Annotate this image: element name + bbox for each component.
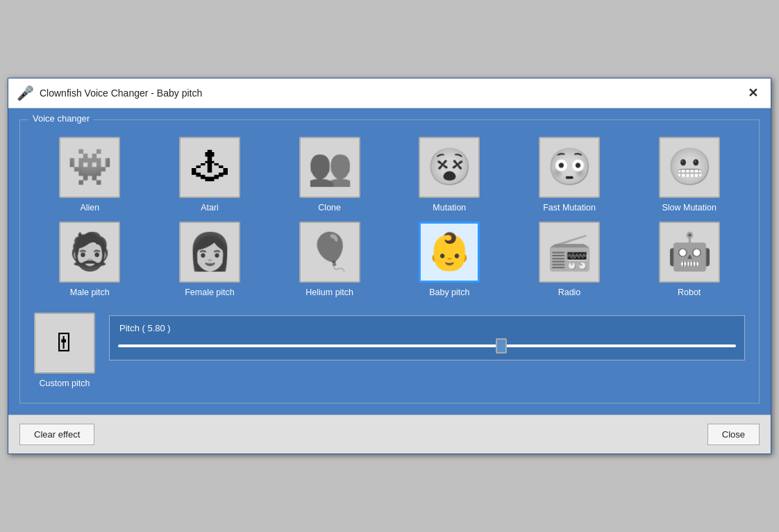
preset-icon-box-male-pitch[interactable]	[59, 222, 120, 283]
custom-pitch-row: 🎚 Custom pitch Pitch ( 5.80 )	[34, 313, 745, 389]
preset-icon-canvas-male-pitch	[65, 228, 114, 276]
preset-icon-canvas-fast-mutation	[545, 143, 594, 192]
preset-label-fast-mutation: Fast Mutation	[543, 202, 596, 213]
slider-track-container: Pitch ( 5.80 )	[109, 315, 745, 360]
preset-label-helium-pitch: Helium pitch	[305, 287, 353, 298]
custom-pitch-label: Custom pitch	[40, 378, 90, 389]
titlebar-left: 🎤 Clownfish Voice Changer - Baby pitch	[17, 85, 202, 101]
main-content: Voice changer AlienAtariCloneMutationFas…	[8, 108, 771, 415]
preset-icon-canvas-radio	[545, 228, 594, 276]
preset-icon-box-helium-pitch[interactable]	[299, 222, 360, 283]
preset-label-radio: Radio	[558, 287, 581, 298]
preset-icon-canvas-slow-mutation	[665, 143, 714, 192]
pitch-slider-label: Pitch ( 5.80 )	[119, 323, 736, 333]
pitch-slider-group: Pitch ( 5.80 )	[109, 313, 745, 360]
preset-label-female-pitch: Female pitch	[185, 287, 235, 298]
preset-item-alien[interactable]: Alien	[34, 137, 146, 213]
preset-icon-canvas-mutation	[425, 143, 474, 192]
preset-label-alien: Alien	[80, 202, 99, 213]
preset-item-slow-mutation[interactable]: Slow Mutation	[633, 137, 745, 213]
preset-item-robot[interactable]: Robot	[633, 222, 745, 298]
preset-icon-box-female-pitch[interactable]	[179, 222, 240, 283]
preset-icon-canvas-robot	[665, 228, 714, 276]
preset-label-baby-pitch: Baby pitch	[429, 287, 469, 298]
window-close-button[interactable]: ✕	[744, 84, 762, 102]
preset-item-male-pitch[interactable]: Male pitch	[34, 222, 146, 298]
preset-icon-box-atari[interactable]	[179, 137, 240, 198]
preset-item-mutation[interactable]: Mutation	[394, 137, 505, 213]
preset-icon-box-alien[interactable]	[59, 137, 120, 198]
preset-item-female-pitch[interactable]: Female pitch	[154, 222, 266, 298]
preset-icon-box-slow-mutation[interactable]	[659, 137, 720, 198]
slider-thumb[interactable]	[496, 338, 507, 354]
preset-label-slow-mutation: Slow Mutation	[662, 202, 717, 213]
app-icon: 🎤	[17, 85, 34, 101]
voice-changer-group: Voice changer AlienAtariCloneMutationFas…	[19, 119, 760, 404]
preset-icon-box-clone[interactable]	[299, 137, 360, 198]
preset-icon-canvas-clone	[305, 143, 354, 192]
preset-icon-box-robot[interactable]	[659, 222, 720, 283]
slider-wrapper	[118, 339, 736, 353]
preset-item-clone[interactable]: Clone	[274, 137, 385, 213]
preset-icon-box-mutation[interactable]	[419, 137, 480, 198]
preset-icon-canvas-helium-pitch	[305, 228, 354, 276]
preset-item-baby-pitch[interactable]: Baby pitch	[394, 222, 505, 298]
preset-label-atari: Atari	[201, 202, 219, 213]
preset-icon-box-fast-mutation[interactable]	[539, 137, 600, 198]
group-label: Voice changer	[28, 113, 94, 124]
preset-icon-canvas-baby-pitch	[425, 228, 474, 276]
main-window: 🎤 Clownfish Voice Changer - Baby pitch ✕…	[8, 78, 771, 454]
preset-label-clone: Clone	[318, 202, 341, 213]
window-title: Clownfish Voice Changer - Baby pitch	[40, 88, 202, 99]
preset-label-mutation: Mutation	[433, 202, 466, 213]
preset-icon-canvas-alien	[65, 143, 114, 192]
preset-icon-box-radio[interactable]	[539, 222, 600, 283]
titlebar: 🎤 Clownfish Voice Changer - Baby pitch ✕	[8, 78, 771, 108]
preset-icon-box-baby-pitch[interactable]	[419, 222, 480, 283]
preset-item-atari[interactable]: Atari	[154, 137, 266, 213]
footer: Clear effect Close	[8, 415, 771, 454]
preset-item-helium-pitch[interactable]: Helium pitch	[274, 222, 385, 298]
preset-label-robot: Robot	[678, 287, 701, 298]
preset-label-male-pitch: Male pitch	[70, 287, 110, 298]
presets-grid: AlienAtariCloneMutationFast MutationSlow…	[34, 137, 745, 299]
preset-icon-canvas-female-pitch	[185, 228, 234, 276]
custom-pitch-icon-box[interactable]: 🎚	[34, 313, 95, 374]
preset-item-radio[interactable]: Radio	[514, 222, 626, 298]
close-button[interactable]: Close	[707, 424, 760, 445]
preset-item-fast-mutation[interactable]: Fast Mutation	[514, 137, 626, 213]
custom-pitch-item[interactable]: 🎚 Custom pitch	[34, 313, 95, 389]
preset-icon-canvas-atari	[185, 143, 234, 192]
clear-effect-button[interactable]: Clear effect	[19, 424, 94, 445]
slider-track	[118, 344, 736, 347]
